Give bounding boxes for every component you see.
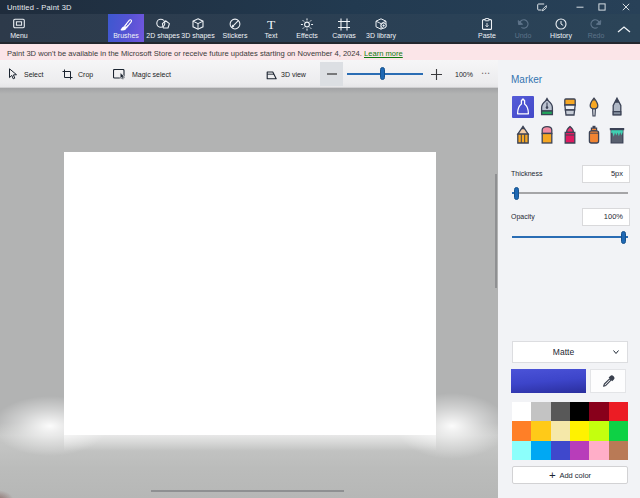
svg-text:T: T: [267, 18, 276, 30]
